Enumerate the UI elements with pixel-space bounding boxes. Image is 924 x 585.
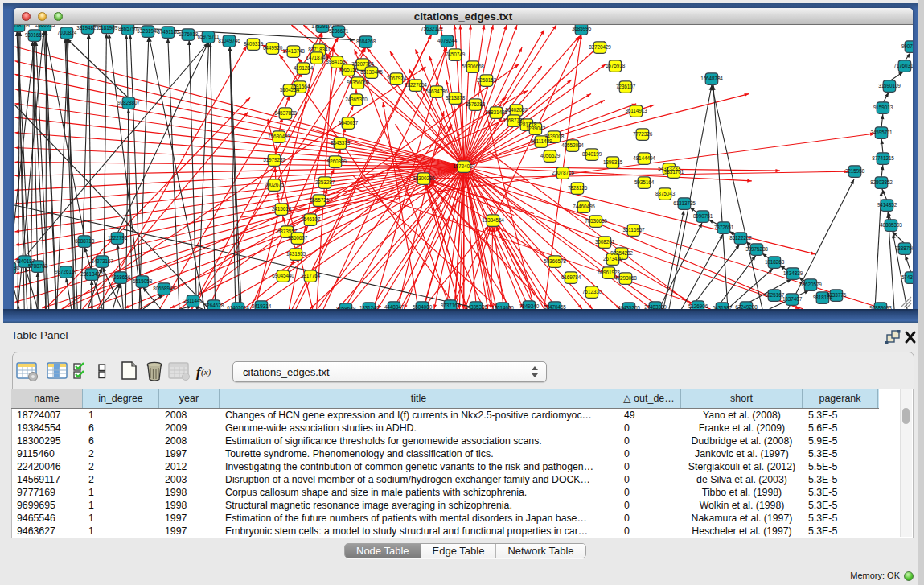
svg-text:8576283: 8576283 <box>466 101 486 107</box>
svg-text:51979237: 51979237 <box>263 157 285 163</box>
svg-text:(x): (x) <box>201 367 211 377</box>
svg-text:7772326: 7772326 <box>633 131 653 137</box>
svg-text:4079244: 4079244 <box>437 38 458 43</box>
svg-text:39975288: 39975288 <box>745 246 768 252</box>
svg-text:71760313: 71760313 <box>893 63 913 68</box>
svg-text:8865797: 8865797 <box>118 26 138 31</box>
svg-text:61313735: 61313735 <box>673 200 696 206</box>
svg-text:1831240: 1831240 <box>359 305 380 309</box>
svg-text:5788783: 5788783 <box>28 263 48 269</box>
svg-text:96111489: 96111489 <box>531 138 552 144</box>
svg-text:4448347: 4448347 <box>384 304 405 309</box>
svg-text:2415618: 2415618 <box>272 206 292 212</box>
svg-text:1239042: 1239042 <box>526 126 546 131</box>
svg-text:74460495: 74460495 <box>573 204 595 209</box>
svg-text:39841537: 39841537 <box>326 59 348 64</box>
svg-text:5431982: 5431982 <box>713 305 733 309</box>
svg-text:65979711: 65979711 <box>197 34 220 39</box>
svg-text:61402614: 61402614 <box>227 305 249 309</box>
svg-text:32470455: 32470455 <box>544 304 566 309</box>
svg-text:54634786: 54634786 <box>425 89 448 94</box>
svg-text:7338750: 7338750 <box>895 245 913 251</box>
svg-text:34273167: 34273167 <box>91 258 113 264</box>
svg-text:48144494: 48144494 <box>633 155 655 161</box>
svg-text:7849340: 7849340 <box>519 303 540 309</box>
svg-text:5655721: 5655721 <box>310 197 330 203</box>
svg-text:7236107: 7236107 <box>616 84 636 89</box>
svg-text:1640037: 1640037 <box>339 120 359 126</box>
svg-text:70536630: 70536630 <box>585 218 607 224</box>
svg-text:7546107: 7546107 <box>301 216 321 222</box>
svg-text:1837407: 1837407 <box>782 296 803 302</box>
svg-text:8058649: 8058649 <box>336 306 356 309</box>
svg-text:9831701: 9831701 <box>664 169 684 175</box>
svg-text:8990751: 8990751 <box>693 213 713 219</box>
svg-text:6575918: 6575918 <box>606 63 626 68</box>
svg-text:59366578: 59366578 <box>544 258 566 264</box>
svg-text:4268656: 4268656 <box>111 274 131 280</box>
svg-text:8343373: 8343373 <box>331 140 351 146</box>
svg-text:1399315: 1399315 <box>603 159 623 165</box>
svg-text:5333776: 5333776 <box>827 292 847 298</box>
svg-text:14718746: 14718746 <box>306 55 328 60</box>
svg-text:40435205: 40435205 <box>618 305 640 309</box>
svg-text:40552034: 40552034 <box>561 142 584 148</box>
svg-text:1431955: 1431955 <box>286 251 306 257</box>
svg-text:67249208: 67249208 <box>735 304 758 309</box>
svg-text:36114913: 36114913 <box>625 108 647 113</box>
svg-text:3215958: 3215958 <box>845 168 865 174</box>
svg-text:92889093: 92889093 <box>869 305 892 309</box>
svg-text:9159013: 9159013 <box>873 105 893 110</box>
svg-text:81049746: 81049746 <box>218 38 240 43</box>
svg-text:31590109: 31590109 <box>878 83 901 89</box>
svg-text:66130445: 66130445 <box>360 69 383 75</box>
svg-text:5126906: 5126906 <box>688 303 708 309</box>
svg-text:87718341: 87718341 <box>308 47 331 52</box>
svg-text:7565150: 7565150 <box>339 67 359 72</box>
svg-text:2253287: 2253287 <box>315 179 335 185</box>
svg-text:59306668: 59306668 <box>462 64 484 69</box>
svg-text:12014620: 12014620 <box>491 305 514 309</box>
svg-text:6181909: 6181909 <box>98 25 118 31</box>
svg-text:2258153: 2258153 <box>477 77 497 83</box>
svg-text:18724007: 18724007 <box>453 163 475 169</box>
svg-text:95356068: 95356068 <box>347 80 369 85</box>
svg-text:48885393: 48885393 <box>880 222 902 228</box>
svg-text:7512330: 7512330 <box>582 289 602 295</box>
svg-text:13384554: 13384554 <box>482 217 504 223</box>
svg-text:6449920: 6449920 <box>263 45 283 51</box>
svg-text:38831436: 38831436 <box>485 109 507 115</box>
svg-text:17413748: 17413748 <box>282 48 305 54</box>
svg-text:34595711: 34595711 <box>870 130 893 135</box>
svg-text:86402067: 86402067 <box>505 107 528 113</box>
svg-text:82803852: 82803852 <box>870 179 893 185</box>
svg-text:6515058: 6515058 <box>133 278 153 284</box>
svg-text:80658948: 80658948 <box>153 286 175 291</box>
svg-text:19260309: 19260309 <box>324 159 347 164</box>
svg-text:84537838: 84537838 <box>274 110 297 116</box>
svg-text:4056529: 4056529 <box>540 153 561 159</box>
svg-text:9414852: 9414852 <box>877 202 897 208</box>
svg-text:7450749: 7450749 <box>446 51 466 57</box>
svg-text:5236671: 5236671 <box>329 28 349 34</box>
svg-text:94335326: 94335326 <box>465 304 487 309</box>
svg-text:8684268: 8684268 <box>356 39 376 44</box>
svg-text:1317764: 1317764 <box>301 273 321 278</box>
svg-text:86122202: 86122202 <box>729 235 752 241</box>
svg-text:5264628: 5264628 <box>204 303 224 308</box>
svg-text:8409319: 8409319 <box>244 41 264 47</box>
svg-text:2759898: 2759898 <box>14 265 20 270</box>
svg-text:2311440: 2311440 <box>183 298 203 303</box>
svg-text:7030824: 7030824 <box>57 30 77 35</box>
svg-text:6276018: 6276018 <box>179 31 199 37</box>
svg-text:8940199: 8940199 <box>582 151 602 157</box>
svg-text:5104234: 5104234 <box>280 87 300 93</box>
svg-text:2673420: 2673420 <box>603 256 623 262</box>
svg-text:1434839: 1434839 <box>783 270 803 276</box>
svg-text:87741215: 87741215 <box>872 155 894 161</box>
svg-text:6873557: 6873557 <box>277 229 298 234</box>
svg-text:3008261: 3008261 <box>595 239 615 245</box>
svg-text:1222791: 1222791 <box>108 235 128 241</box>
svg-text:7828126: 7828126 <box>568 185 588 191</box>
svg-text:9907866: 9907866 <box>901 43 913 49</box>
